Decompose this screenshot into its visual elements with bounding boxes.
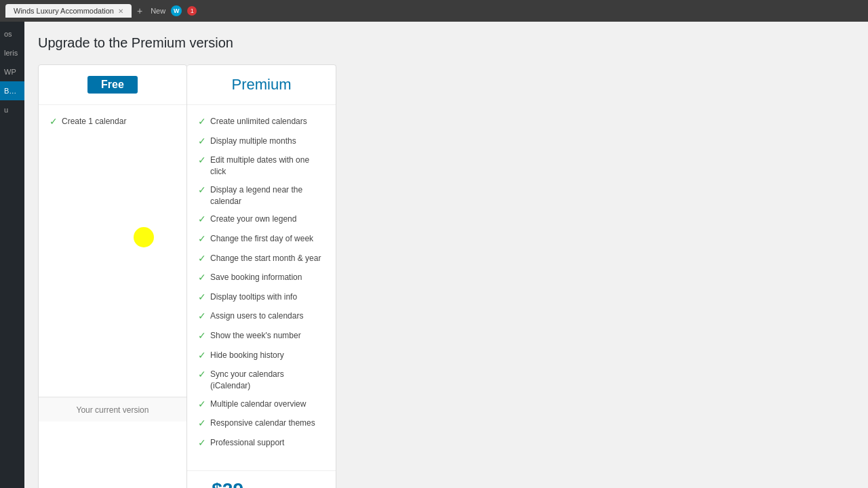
check-icon: ✓ (198, 154, 206, 167)
premium-feature-item: ✓Responsive calendar themes (198, 418, 325, 430)
check-icon: ✓ (198, 213, 206, 226)
premium-feature-item: ✓Create your own legend (198, 214, 325, 226)
check-icon: ✓ (198, 329, 206, 343)
feature-text: Show the week's number (210, 330, 301, 342)
notification-badge: 1 (187, 6, 197, 16)
feature-text: Create your own legend (210, 214, 296, 225)
premium-feature-item: ✓Assign users to calendars (198, 310, 325, 323)
sidebar-item-os[interactable]: os (0, 24, 24, 43)
premium-feature-item: ✓Display tooltips with info (198, 291, 325, 304)
current-version-text: Your current version (77, 405, 149, 415)
premium-feature-item: ✓Multiple calendar overview (198, 399, 325, 411)
free-card: Free ✓ Create 1 calendar Your current ve… (38, 64, 187, 488)
pricing-container: Free ✓ Create 1 calendar Your current ve… (38, 64, 377, 488)
tab-title: Winds Luxury Accommodation (14, 7, 114, 15)
feature-text: Sync your calendars (iCalendar) (210, 369, 325, 392)
check-icon: ✓ (198, 291, 206, 304)
check-icon: ✓ (198, 232, 206, 246)
check-icon: ✓ (198, 436, 206, 450)
feature-text: Multiple calendar overview (210, 399, 306, 410)
cursor-dot (134, 227, 154, 247)
premium-feature-item: ✓Professional support (198, 437, 325, 450)
browser-chrome: Winds Luxury Accommodation ✕ + New W 1 (0, 0, 868, 22)
premium-feature-item: ✓Change the start month & year (198, 253, 325, 266)
premium-feature-item: ✓Change the first day of week (198, 233, 325, 246)
free-feature-list: ✓ Create 1 calendar (50, 116, 176, 129)
premium-feature-list: ✓Create unlimited calendars✓Display mult… (198, 116, 325, 450)
feature-text: Assign users to calendars (210, 310, 303, 322)
free-card-header: Free (39, 65, 186, 105)
sidebar-item-u[interactable]: u (0, 100, 24, 119)
sidebar-item-booking[interactable]: Booking (0, 81, 24, 100)
check-icon: ✓ (198, 271, 206, 285)
premium-feature-item: ✓Create unlimited calendars (198, 116, 325, 129)
feature-text: Create unlimited calendars (210, 116, 307, 127)
free-card-footer: Your current version (39, 396, 186, 422)
premium-card-body: ✓Create unlimited calendars✓Display mult… (187, 105, 336, 468)
page-title: Upgrade to the Premium version (38, 35, 854, 51)
check-icon: ✓ (198, 368, 206, 382)
price-section: $29 one-time payment (187, 470, 336, 489)
feature-text: Display tooltips with info (210, 291, 297, 303)
check-icon: ✓ (198, 115, 206, 129)
new-tab-icon[interactable]: + (137, 5, 142, 16)
free-feature-item: ✓ Create 1 calendar (50, 116, 176, 129)
feature-text: Responsive calendar themes (210, 418, 315, 429)
price-amount: $29 (212, 479, 243, 489)
feature-text: Change the start month & year (210, 253, 321, 264)
check-icon: ✓ (198, 252, 206, 266)
premium-feature-item: ✓Show the week's number (198, 330, 325, 343)
feature-text: Edit multiple dates with one click (210, 155, 325, 178)
premium-feature-item: ✓Sync your calendars (iCalendar) (198, 369, 325, 392)
feature-text: Display multiple months (210, 136, 296, 147)
premium-card: Premium ✓Create unlimited calendars✓Disp… (187, 64, 336, 488)
premium-feature-item: ✓Display multiple months (198, 136, 325, 148)
check-icon: ✓ (198, 310, 206, 323)
premium-feature-item: ✓Edit multiple dates with one click (198, 155, 325, 178)
feature-text: Professional support (210, 437, 284, 449)
sidebar-item-wp[interactable]: WP (0, 62, 24, 81)
check-icon: ✓ (198, 349, 206, 363)
feature-text: Display a legend near the calendar (210, 184, 325, 207)
premium-card-header: Premium (187, 65, 336, 105)
free-current-version: Your current version (39, 397, 186, 422)
premium-feature-item: ✓Display a legend near the calendar (198, 184, 325, 207)
premium-feature-item: ✓Save booking information (198, 272, 325, 285)
feature-text: Save booking information (210, 272, 302, 283)
feature-text: Hide booking history (210, 350, 284, 361)
premium-title: Premium (231, 76, 291, 93)
check-icon: ✓ (198, 417, 206, 430)
free-card-body: ✓ Create 1 calendar (39, 105, 186, 396)
check-icon: ✓ (50, 115, 58, 129)
feature-text: Change the first day of week (210, 233, 313, 245)
free-badge: Free (87, 76, 138, 94)
check-icon: ✓ (198, 184, 206, 197)
premium-feature-item: ✓Hide booking history (198, 350, 325, 363)
tab-close-icon[interactable]: ✕ (118, 7, 123, 15)
main-content: Upgrade to the Premium version Free ✓ Cr… (24, 22, 868, 488)
check-icon: ✓ (198, 135, 206, 148)
active-tab[interactable]: Winds Luxury Accommodation ✕ (5, 4, 132, 18)
sidebar: os leris WP Booking u (0, 22, 24, 488)
sidebar-item-leris[interactable]: leris (0, 43, 24, 62)
wp-layout: os leris WP Booking u Upgrade to the Pre… (0, 22, 868, 488)
check-icon: ✓ (198, 398, 206, 411)
wp-admin-icon: W (171, 5, 182, 16)
free-feature-text: Create 1 calendar (62, 116, 126, 127)
new-tab-label: New (151, 7, 165, 15)
